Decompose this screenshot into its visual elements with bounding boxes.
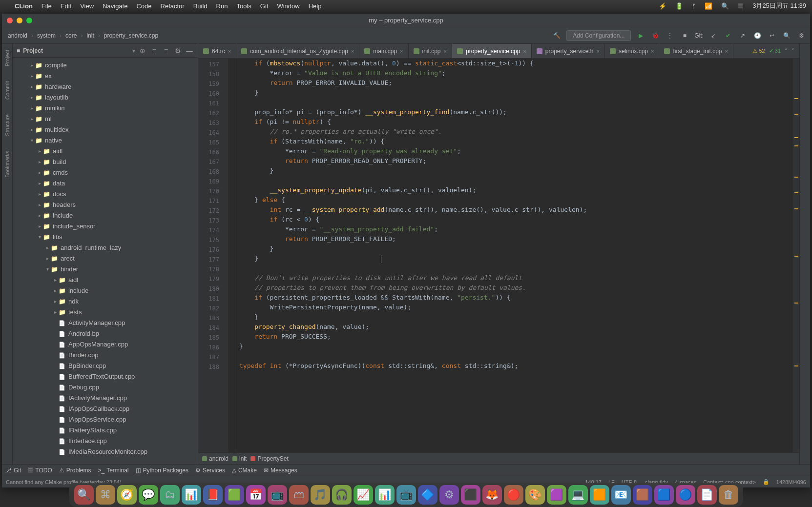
dock-app-icon[interactable]: 📈	[354, 485, 373, 505]
memory-indicator[interactable]: 1428M/4096	[776, 479, 806, 485]
breadcrumb-item[interactable]: core	[63, 31, 79, 40]
bottom-tool-tab[interactable]: ⚙Services	[195, 467, 225, 474]
menu-file[interactable]: File	[42, 2, 52, 10]
chevron-right-icon[interactable]: ▸	[52, 277, 59, 283]
line-number[interactable]: 183	[198, 313, 228, 323]
dock-app-icon[interactable]: ⚙	[439, 485, 459, 505]
git-rollback-icon[interactable]: ↩	[767, 31, 777, 41]
dock-app-icon[interactable]: 🗃	[289, 485, 309, 505]
dock-app-icon[interactable]: 🔷	[418, 485, 437, 505]
menu-window[interactable]: Window	[277, 2, 299, 10]
line-gutter[interactable]: 1571581591601611621631641651661671681691…	[198, 59, 229, 452]
tree-node[interactable]: ▸data	[13, 178, 198, 188]
line-number[interactable]: 175	[198, 235, 228, 245]
dock-app-icon[interactable]: 🔍	[74, 485, 94, 505]
chevron-down-icon[interactable]: ▾	[36, 234, 43, 240]
tree-node[interactable]: ▸layoutlib	[13, 92, 198, 102]
bottom-tool-tab[interactable]: ☰TODO	[28, 467, 52, 474]
tree-node[interactable]: ▾native	[13, 135, 198, 145]
line-number[interactable]: 163	[198, 118, 228, 128]
settings-icon[interactable]: ⚙	[796, 31, 806, 41]
code-line[interactable]: if (persistent_properties_loaded && Star…	[239, 293, 792, 303]
editor-tab[interactable]: 64.rc×	[198, 44, 236, 58]
tree-node[interactable]: IInterface.cpp	[13, 435, 198, 446]
editor-tab[interactable]: selinux.cpp×	[605, 44, 659, 58]
line-number[interactable]: 185	[198, 333, 228, 343]
bottom-tool-tab[interactable]: ◫Python Packages	[136, 467, 188, 474]
menu-navigate[interactable]: Navigate	[103, 2, 127, 10]
minimize-window-button[interactable]	[17, 18, 22, 23]
git-push-icon[interactable]: ↗	[738, 31, 748, 41]
breadcrumb-item[interactable]: android	[6, 31, 29, 40]
status-icon[interactable]: ⚡	[659, 2, 666, 10]
dock-app-icon[interactable]: 🗂	[160, 485, 180, 505]
code-line[interactable]: *error = "Read-only property was already…	[239, 146, 792, 156]
code-breadcrumb-item[interactable]: init	[232, 455, 247, 462]
tree-node[interactable]: ▸compile	[13, 60, 198, 70]
dock-app-icon[interactable]: 📊	[182, 485, 201, 505]
tree-node[interactable]: AppOpsManager.cpp	[13, 339, 198, 349]
code-line[interactable]: }	[239, 244, 792, 254]
tree-node[interactable]: ▸build	[13, 156, 198, 167]
tree-node[interactable]: ▸include	[13, 210, 198, 221]
line-number[interactable]: 162	[198, 108, 228, 118]
collapse-all-icon[interactable]: ≡	[162, 46, 170, 55]
close-tab-icon[interactable]: ×	[725, 48, 728, 54]
line-number[interactable]: 177	[198, 255, 228, 264]
git-update-icon[interactable]: ↙	[708, 31, 718, 41]
code-line[interactable]: return PROP_ERROR_SET_FAILED;	[239, 234, 792, 244]
code-breadcrumb-item[interactable]: PropertySet	[250, 455, 288, 462]
dock-app-icon[interactable]: 📄	[697, 485, 717, 505]
bottom-tool-tab[interactable]: ⎇Git	[5, 467, 21, 474]
code-line[interactable]: typedef int (*PropertyAsyncFunc)(const s…	[239, 361, 792, 371]
tree-node[interactable]: Android.bp	[13, 328, 198, 339]
menu-run[interactable]: Run	[216, 2, 228, 10]
chevron-right-icon[interactable]: ▸	[36, 159, 43, 164]
editor-tab[interactable]: com_android_internal_os_Zygote.cpp×	[236, 44, 359, 58]
code-line[interactable]: prop_info* pi = (prop_info*) __system_pr…	[239, 107, 792, 117]
tree-node[interactable]: BufferedTextOutput.cpp	[13, 371, 198, 382]
tree-node[interactable]: ▸arect	[13, 253, 198, 264]
breadcrumb-item[interactable]: property_service.cpp	[102, 31, 160, 40]
bottom-tool-tab[interactable]: ✉Messages	[264, 467, 297, 474]
tree-node[interactable]: ▸ml	[13, 113, 198, 124]
line-number[interactable]: 159	[198, 79, 228, 89]
dock-app-icon[interactable]: 🗑	[719, 485, 738, 505]
dock-app-icon[interactable]: 📺	[396, 485, 416, 505]
close-tab-icon[interactable]: ×	[351, 48, 354, 54]
search-everywhere-icon[interactable]: 🔍	[782, 31, 791, 41]
run-icon[interactable]: ▶	[636, 31, 645, 41]
chevron-right-icon[interactable]: ▸	[28, 116, 35, 122]
tree-node[interactable]: ▸ex	[13, 70, 198, 81]
tree-node[interactable]: IAppOpsCallback.cpp	[13, 403, 198, 414]
menu-tools[interactable]: Tools	[236, 2, 251, 10]
chevron-right-icon[interactable]: ▸	[36, 202, 43, 207]
chevron-right-icon[interactable]: ▸	[52, 288, 59, 293]
status-date[interactable]: 3月25日周五 11:39	[752, 1, 806, 10]
line-number[interactable]: 172	[198, 206, 228, 216]
error-stripe[interactable]	[792, 59, 799, 452]
line-number[interactable]: 164	[198, 128, 228, 138]
code-line[interactable]: WritePersistentProperty(name, value);	[239, 303, 792, 312]
line-number[interactable]: 174	[198, 225, 228, 235]
code-line[interactable]: return PROP_ERROR_INVALID_VALUE;	[239, 78, 792, 88]
line-number[interactable]: 182	[198, 304, 228, 313]
line-number[interactable]: 168	[198, 167, 228, 177]
code-line[interactable]: *error = "Value is not a UTF8 encoded st…	[239, 68, 792, 78]
git-history-icon[interactable]: 🕘	[752, 31, 762, 41]
line-number[interactable]: 165	[198, 138, 228, 147]
line-number[interactable]: 167	[198, 157, 228, 167]
dock-app-icon[interactable]: ⌘	[96, 485, 115, 505]
tree-node[interactable]: ▾libs	[13, 231, 198, 242]
tree-node[interactable]: IAppOpsService.cpp	[13, 414, 198, 425]
code-line[interactable]: if (pi != nullptr) {	[239, 117, 792, 127]
tree-node[interactable]: ▸ndk	[13, 296, 198, 306]
menu-refactor[interactable]: Refactor	[161, 2, 185, 10]
line-number[interactable]: 157	[198, 60, 228, 69]
code-line[interactable]: if (rc < 0) {	[239, 215, 792, 224]
dock-app-icon[interactable]: 📊	[375, 485, 395, 505]
code-line[interactable]: if (StartsWith(name, "ro.")) {	[239, 137, 792, 146]
bottom-tool-tab[interactable]: >_Terminal	[98, 467, 128, 474]
chevron-right-icon[interactable]: ▸	[36, 191, 43, 197]
chevron-right-icon[interactable]: ▸	[36, 223, 43, 229]
